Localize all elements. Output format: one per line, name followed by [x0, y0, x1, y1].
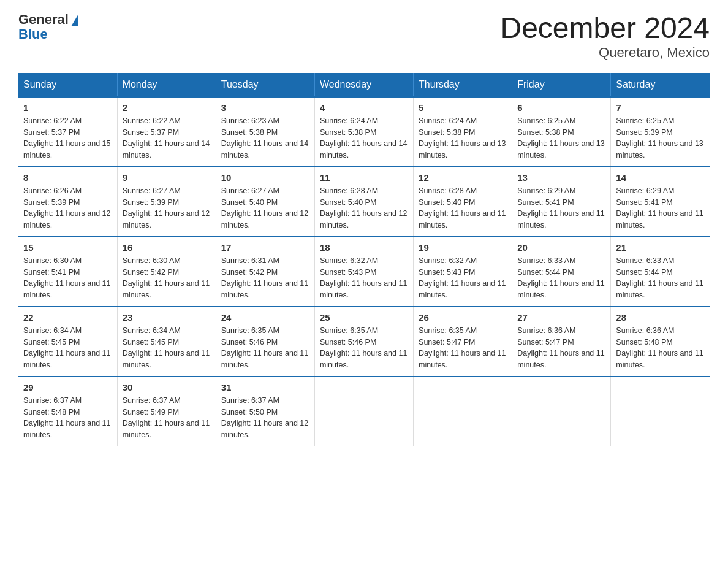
logo-triangle-icon	[71, 14, 78, 26]
day-number: 19	[419, 242, 507, 253]
table-row: 26 Sunrise: 6:35 AM Sunset: 5:47 PM Dayl…	[414, 307, 512, 377]
day-info: Sunrise: 6:26 AM Sunset: 5:39 PM Dayligh…	[23, 185, 112, 231]
table-row: 14 Sunrise: 6:29 AM Sunset: 5:41 PM Dayl…	[611, 167, 710, 237]
day-info: Sunrise: 6:28 AM Sunset: 5:40 PM Dayligh…	[419, 185, 507, 231]
header-saturday: Saturday	[611, 73, 710, 97]
logo-text: General Blue	[18, 12, 78, 42]
calendar-week-row: 15 Sunrise: 6:30 AM Sunset: 5:41 PM Dayl…	[18, 237, 710, 307]
calendar-week-row: 29 Sunrise: 6:37 AM Sunset: 5:48 PM Dayl…	[18, 377, 710, 446]
header-friday: Friday	[512, 73, 611, 97]
day-info: Sunrise: 6:35 AM Sunset: 5:46 PM Dayligh…	[221, 325, 309, 371]
table-row: 24 Sunrise: 6:35 AM Sunset: 5:46 PM Dayl…	[216, 307, 314, 377]
day-number: 22	[23, 312, 112, 323]
calendar-table: Sunday Monday Tuesday Wednesday Thursday…	[18, 73, 710, 446]
day-info: Sunrise: 6:30 AM Sunset: 5:41 PM Dayligh…	[23, 255, 112, 301]
day-info: Sunrise: 6:28 AM Sunset: 5:40 PM Dayligh…	[320, 185, 408, 231]
table-row: 8 Sunrise: 6:26 AM Sunset: 5:39 PM Dayli…	[18, 167, 117, 237]
day-info: Sunrise: 6:34 AM Sunset: 5:45 PM Dayligh…	[123, 325, 211, 371]
day-info: Sunrise: 6:30 AM Sunset: 5:42 PM Dayligh…	[123, 255, 211, 301]
day-info: Sunrise: 6:29 AM Sunset: 5:41 PM Dayligh…	[616, 185, 705, 231]
day-number: 15	[23, 242, 112, 253]
table-row: 31 Sunrise: 6:37 AM Sunset: 5:50 PM Dayl…	[216, 377, 314, 446]
table-row: 11 Sunrise: 6:28 AM Sunset: 5:40 PM Dayl…	[314, 167, 413, 237]
table-row: 2 Sunrise: 6:22 AM Sunset: 5:37 PM Dayli…	[117, 97, 216, 167]
day-info: Sunrise: 6:24 AM Sunset: 5:38 PM Dayligh…	[320, 115, 408, 161]
table-row: 30 Sunrise: 6:37 AM Sunset: 5:49 PM Dayl…	[117, 377, 216, 446]
day-number: 20	[517, 242, 605, 253]
table-row: 23 Sunrise: 6:34 AM Sunset: 5:45 PM Dayl…	[117, 307, 216, 377]
day-number: 29	[23, 382, 112, 393]
table-row: 1 Sunrise: 6:22 AM Sunset: 5:37 PM Dayli…	[18, 97, 117, 167]
table-row: 4 Sunrise: 6:24 AM Sunset: 5:38 PM Dayli…	[314, 97, 413, 167]
weekday-header-row: Sunday Monday Tuesday Wednesday Thursday…	[18, 73, 710, 97]
day-number: 11	[320, 172, 408, 183]
day-info: Sunrise: 6:34 AM Sunset: 5:45 PM Dayligh…	[23, 325, 112, 371]
day-info: Sunrise: 6:33 AM Sunset: 5:44 PM Dayligh…	[616, 255, 705, 301]
day-number: 28	[616, 312, 705, 323]
day-info: Sunrise: 6:22 AM Sunset: 5:37 PM Dayligh…	[23, 115, 112, 161]
table-row	[512, 377, 611, 446]
table-row	[611, 377, 710, 446]
day-info: Sunrise: 6:25 AM Sunset: 5:39 PM Dayligh…	[616, 115, 705, 161]
table-row: 19 Sunrise: 6:32 AM Sunset: 5:43 PM Dayl…	[414, 237, 512, 307]
table-row	[414, 377, 512, 446]
day-number: 24	[221, 312, 309, 323]
table-row: 18 Sunrise: 6:32 AM Sunset: 5:43 PM Dayl…	[314, 237, 413, 307]
table-row: 6 Sunrise: 6:25 AM Sunset: 5:38 PM Dayli…	[512, 97, 611, 167]
day-info: Sunrise: 6:32 AM Sunset: 5:43 PM Dayligh…	[320, 255, 408, 301]
day-number: 7	[616, 102, 705, 113]
day-number: 30	[123, 382, 211, 393]
day-info: Sunrise: 6:23 AM Sunset: 5:38 PM Dayligh…	[221, 115, 309, 161]
day-number: 25	[320, 312, 408, 323]
table-row: 29 Sunrise: 6:37 AM Sunset: 5:48 PM Dayl…	[18, 377, 117, 446]
day-number: 17	[221, 242, 309, 253]
day-number: 21	[616, 242, 705, 253]
day-number: 6	[517, 102, 605, 113]
day-number: 5	[419, 102, 507, 113]
day-info: Sunrise: 6:33 AM Sunset: 5:44 PM Dayligh…	[517, 255, 605, 301]
day-number: 1	[23, 102, 112, 113]
header-tuesday: Tuesday	[216, 73, 314, 97]
day-info: Sunrise: 6:35 AM Sunset: 5:46 PM Dayligh…	[320, 325, 408, 371]
header-sunday: Sunday	[18, 73, 117, 97]
day-number: 26	[419, 312, 507, 323]
table-row: 17 Sunrise: 6:31 AM Sunset: 5:42 PM Dayl…	[216, 237, 314, 307]
table-row: 28 Sunrise: 6:36 AM Sunset: 5:48 PM Dayl…	[611, 307, 710, 377]
day-number: 23	[123, 312, 211, 323]
day-number: 14	[616, 172, 705, 183]
day-number: 8	[23, 172, 112, 183]
day-info: Sunrise: 6:36 AM Sunset: 5:48 PM Dayligh…	[616, 325, 705, 371]
table-row: 20 Sunrise: 6:33 AM Sunset: 5:44 PM Dayl…	[512, 237, 611, 307]
day-info: Sunrise: 6:27 AM Sunset: 5:39 PM Dayligh…	[123, 185, 211, 231]
day-number: 13	[517, 172, 605, 183]
table-row: 12 Sunrise: 6:28 AM Sunset: 5:40 PM Dayl…	[414, 167, 512, 237]
day-info: Sunrise: 6:35 AM Sunset: 5:47 PM Dayligh…	[419, 325, 507, 371]
day-number: 9	[123, 172, 211, 183]
day-number: 18	[320, 242, 408, 253]
day-number: 16	[123, 242, 211, 253]
calendar-title: December 2024	[500, 12, 710, 45]
day-number: 10	[221, 172, 309, 183]
day-number: 3	[221, 102, 309, 113]
day-number: 31	[221, 382, 309, 393]
calendar-week-row: 8 Sunrise: 6:26 AM Sunset: 5:39 PM Dayli…	[18, 167, 710, 237]
day-info: Sunrise: 6:32 AM Sunset: 5:43 PM Dayligh…	[419, 255, 507, 301]
table-row: 21 Sunrise: 6:33 AM Sunset: 5:44 PM Dayl…	[611, 237, 710, 307]
table-row: 10 Sunrise: 6:27 AM Sunset: 5:40 PM Dayl…	[216, 167, 314, 237]
day-info: Sunrise: 6:24 AM Sunset: 5:38 PM Dayligh…	[419, 115, 507, 161]
day-info: Sunrise: 6:31 AM Sunset: 5:42 PM Dayligh…	[221, 255, 309, 301]
day-number: 27	[517, 312, 605, 323]
day-number: 2	[123, 102, 211, 113]
table-row: 5 Sunrise: 6:24 AM Sunset: 5:38 PM Dayli…	[414, 97, 512, 167]
table-row: 13 Sunrise: 6:29 AM Sunset: 5:41 PM Dayl…	[512, 167, 611, 237]
day-number: 12	[419, 172, 507, 183]
header-monday: Monday	[117, 73, 216, 97]
day-info: Sunrise: 6:37 AM Sunset: 5:49 PM Dayligh…	[123, 395, 211, 441]
day-info: Sunrise: 6:27 AM Sunset: 5:40 PM Dayligh…	[221, 185, 309, 231]
table-row: 25 Sunrise: 6:35 AM Sunset: 5:46 PM Dayl…	[314, 307, 413, 377]
day-info: Sunrise: 6:22 AM Sunset: 5:37 PM Dayligh…	[123, 115, 211, 161]
table-row: 27 Sunrise: 6:36 AM Sunset: 5:47 PM Dayl…	[512, 307, 611, 377]
day-info: Sunrise: 6:29 AM Sunset: 5:41 PM Dayligh…	[517, 185, 605, 231]
page-header: General Blue December 2024 Queretaro, Me…	[18, 12, 710, 61]
day-info: Sunrise: 6:37 AM Sunset: 5:48 PM Dayligh…	[23, 395, 112, 441]
